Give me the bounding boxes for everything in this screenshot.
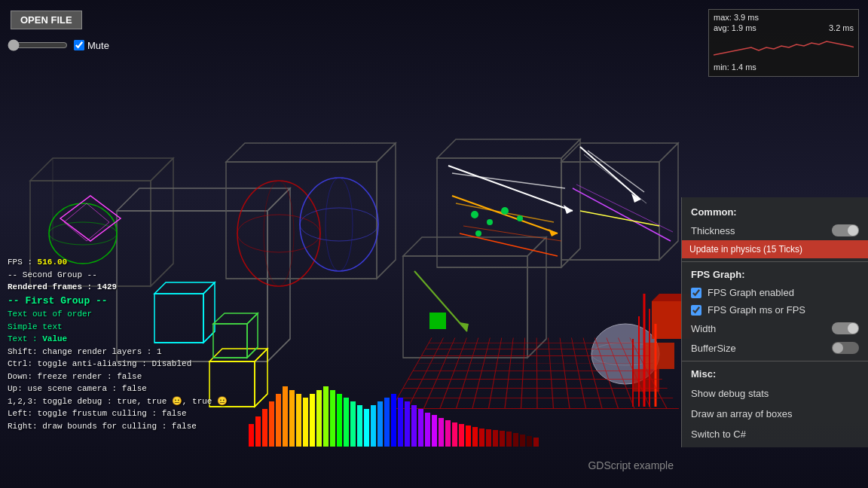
switch-to-c-button[interactable]: Switch to C# [682,424,868,444]
mute-label: Mute [74,40,109,51]
svg-rect-97 [289,390,295,447]
divider-2 [682,361,868,361]
svg-rect-127 [493,430,498,447]
svg-rect-118 [432,415,437,447]
volume-area: Mute [8,39,109,51]
draw-array-boxes-button[interactable]: Draw an array of boxes [682,404,868,424]
svg-line-58 [452,173,565,188]
svg-rect-106 [350,401,356,447]
svg-rect-128 [500,431,505,447]
svg-rect-113 [398,398,403,447]
svg-rect-129 [506,432,512,447]
svg-rect-108 [364,409,369,447]
svg-marker-28 [659,143,678,260]
svg-rect-125 [479,429,484,447]
svg-rect-92 [255,416,261,447]
svg-line-89 [576,185,673,232]
fps-value: 516.00 [38,258,68,267]
svg-rect-115 [411,405,417,447]
right-hint: Right: draw bounds for culling : false [8,420,228,433]
fps-enabled-checkbox[interactable] [691,288,701,298]
svg-line-69 [414,271,467,331]
svg-line-63 [463,226,561,241]
update-physics-button[interactable]: Update in physics (15 Ticks) [682,240,868,258]
ctrl-hint: Ctrl: toggle anti-aliasing : Disabled [8,358,228,371]
svg-line-56 [448,166,573,211]
thickness-knob [848,225,858,236]
svg-point-53 [49,222,117,245]
svg-rect-103 [330,390,335,447]
svg-marker-1 [30,158,173,181]
left-hint: Left: toggle frustum culling : false [8,407,228,420]
fps-enabled-label: FPS Graph enabled [708,287,794,298]
fps-ms-fps-checkbox[interactable] [691,305,701,316]
svg-line-15 [377,260,396,279]
buffersize-toggle[interactable] [832,342,859,354]
fps-min-label: min: 1.4 ms [714,63,854,72]
svg-point-66 [501,207,509,215]
toggle123-hint: 1,2,3: toggle debug : true, true 😐, true… [8,395,228,408]
svg-rect-119 [439,418,444,447]
fps-graph-svg [714,34,854,61]
fps-avg-label: avg: 1.9 ms [714,23,756,32]
svg-rect-102 [323,386,329,447]
width-knob [848,323,858,334]
svg-point-52 [49,203,117,264]
svg-marker-22 [403,237,546,256]
svg-rect-31 [154,294,203,343]
down-hint: Down: freeze render : false [8,371,228,383]
svg-marker-18 [561,139,580,267]
svg-marker-32 [154,282,215,294]
svg-rect-91 [249,424,254,447]
mute-checkbox[interactable] [74,40,84,50]
width-toggle[interactable] [832,322,859,334]
svg-line-90 [580,211,659,226]
viewport: OPEN FILE Mute FPS : 516.00 -- Second Gr… [0,0,868,488]
svg-point-49 [300,178,378,271]
thickness-toggle[interactable] [832,224,859,236]
svg-rect-99 [303,398,308,447]
svg-line-61 [456,203,554,222]
svg-point-65 [487,219,493,225]
svg-line-84 [580,147,640,200]
svg-rect-109 [371,405,376,447]
svg-marker-60 [549,229,558,236]
svg-rect-71 [429,313,446,329]
thickness-row: Thickness [682,221,868,240]
svg-marker-2 [151,158,173,286]
svg-rect-114 [405,401,410,447]
gdscript-label: GDScript example [588,459,674,471]
show-debug-stats-button[interactable]: Show debug stats [682,383,868,404]
fps-graph-header: FPS Graph: [682,265,868,284]
svg-line-4 [151,264,173,286]
svg-rect-126 [486,429,491,447]
svg-marker-43 [247,313,258,358]
volume-slider[interactable] [8,39,68,51]
rendered-frames: Rendered frames : 1429 [8,281,228,294]
buffersize-knob [833,343,843,353]
svg-rect-41 [213,324,247,358]
fps-graph: max: 3.9 ms avg: 1.9 ms 3.2 ms min: 1.4 … [708,9,859,77]
svg-rect-95 [276,394,281,447]
text-out-of-order: Text out of order [8,308,228,321]
width-label: Width [691,323,716,334]
svg-rect-123 [466,425,471,447]
bars-svg [249,356,542,447]
svg-rect-124 [472,427,478,447]
svg-line-86 [588,151,644,192]
svg-marker-7 [117,188,290,211]
svg-rect-100 [310,394,315,447]
common-header: Common: [682,203,868,221]
svg-line-59 [452,196,558,233]
svg-rect-116 [418,409,423,447]
fps-ms-fps-row: FPS Graph ms or FPS [682,301,868,319]
svg-point-64 [471,211,478,218]
open-file-button[interactable]: OPEN FILE [11,11,82,29]
svg-marker-42 [213,313,258,324]
svg-point-51 [326,178,353,271]
svg-marker-54 [60,196,121,241]
text-value-label: Text : [8,334,42,343]
svg-line-35 [203,331,215,343]
svg-rect-117 [425,413,430,447]
svg-marker-70 [460,322,469,331]
